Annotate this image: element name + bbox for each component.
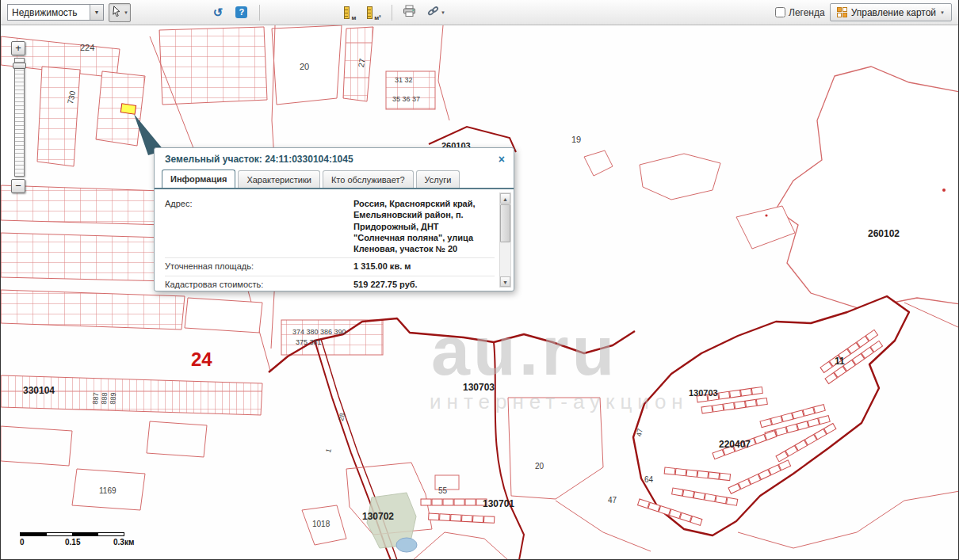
layer-select-value: Недвижимость xyxy=(8,7,90,18)
scale-bar: 0 0.15 0.3км xyxy=(20,532,124,547)
cursor-tool-button[interactable]: ▼ xyxy=(109,3,131,22)
tab-characteristics[interactable]: Характеристики xyxy=(238,170,320,188)
measure-length-button[interactable]: м xyxy=(341,3,360,22)
history-tool-button[interactable]: ↺ xyxy=(208,3,227,22)
cadastral-map-svg xyxy=(1,25,958,560)
map-management-label: Управление картой xyxy=(851,7,936,18)
link-icon xyxy=(426,5,440,20)
toolbar-separator xyxy=(392,5,392,21)
application-window: Недвижимость ▼ ▼ ↺ ? м м² xyxy=(0,0,959,560)
field-row-area: Уточненная площадь: 1 315.00 кв. м xyxy=(165,257,495,275)
toolbar-separator xyxy=(259,5,260,21)
chevron-down-icon: ▼ xyxy=(90,5,103,20)
help-tool-button[interactable]: ? xyxy=(232,3,251,22)
parcel-info-popup: Земельный участок: 24:11:0330104:1045 × … xyxy=(154,147,514,291)
link-tool-button[interactable]: ▼ xyxy=(424,3,448,22)
close-icon[interactable]: × xyxy=(497,154,506,164)
popup-tabs: Информация Характеристики Кто обслуживае… xyxy=(155,168,514,189)
field-label: Адрес: xyxy=(165,198,353,254)
help-icon: ? xyxy=(235,6,247,18)
popup-scrollbar[interactable]: ▲ ▼ xyxy=(499,192,511,288)
field-row-cadastral-value: Кадастровая стоимость: 519 227.75 руб. xyxy=(165,276,495,291)
measure-area-label: м² xyxy=(374,14,381,21)
layers-grid-icon xyxy=(837,7,847,17)
legend-toggle[interactable]: Легенда xyxy=(775,7,825,18)
chevron-down-icon: ▼ xyxy=(441,10,445,15)
chevron-down-icon: ▼ xyxy=(940,10,945,15)
field-label: Уточненная площадь: xyxy=(165,261,353,272)
ruler-icon xyxy=(367,6,373,19)
layer-select[interactable]: Недвижимость ▼ xyxy=(7,4,104,21)
toolbar: Недвижимость ▼ ▼ ↺ ? м м² xyxy=(1,0,958,25)
popup-header: Земельный участок: 24:11:0330104:1045 × xyxy=(155,148,514,168)
zoom-slider-handle[interactable] xyxy=(13,63,26,69)
tab-who-services[interactable]: Кто обслуживает? xyxy=(323,170,414,188)
measure-length-label: м xyxy=(351,14,356,21)
scale-end-label: 0.3км xyxy=(113,538,134,547)
scroll-up-icon[interactable]: ▲ xyxy=(500,193,510,204)
scale-mid-label: 0.15 xyxy=(65,538,80,547)
history-icon: ↺ xyxy=(213,6,224,18)
tab-services[interactable]: Услуги xyxy=(416,170,460,188)
scale-start-label: 0 xyxy=(20,538,25,547)
legend-label: Легенда xyxy=(789,7,825,18)
zoom-control: + − xyxy=(10,41,28,193)
cursor-icon xyxy=(111,6,123,20)
field-value: Россия, Красноярский край, Емельяновский… xyxy=(353,198,482,254)
popup-title: Земельный участок: 24:11:0330104:1045 xyxy=(165,154,497,165)
map-management-button[interactable]: Управление картой ▼ xyxy=(830,3,952,21)
map-canvas[interactable]: 224730202731 3235 36 3726010319260102243… xyxy=(1,25,958,560)
measure-area-button[interactable]: м² xyxy=(365,3,384,22)
scrollbar-thumb[interactable] xyxy=(500,204,510,242)
printer-icon xyxy=(403,5,416,20)
zoom-out-button[interactable]: − xyxy=(11,179,25,193)
chevron-down-icon: ▼ xyxy=(124,10,128,15)
zoom-in-button[interactable]: + xyxy=(11,41,25,55)
field-value: 1 315.00 кв. м xyxy=(353,261,482,272)
field-row-address: Адрес: Россия, Красноярский край, Емелья… xyxy=(165,196,495,257)
scale-bar-segments xyxy=(20,532,124,536)
popup-body: Адрес: Россия, Красноярский край, Емелья… xyxy=(155,189,514,291)
ruler-icon xyxy=(344,6,350,19)
zoom-slider-track[interactable] xyxy=(14,58,25,177)
tab-information[interactable]: Информация xyxy=(162,170,235,188)
legend-checkbox[interactable] xyxy=(775,7,785,17)
print-button[interactable] xyxy=(400,3,419,22)
field-label: Кадастровая стоимость: xyxy=(165,279,353,290)
field-value: 519 227.75 руб. xyxy=(353,279,482,290)
scroll-down-icon[interactable]: ▼ xyxy=(500,276,510,287)
